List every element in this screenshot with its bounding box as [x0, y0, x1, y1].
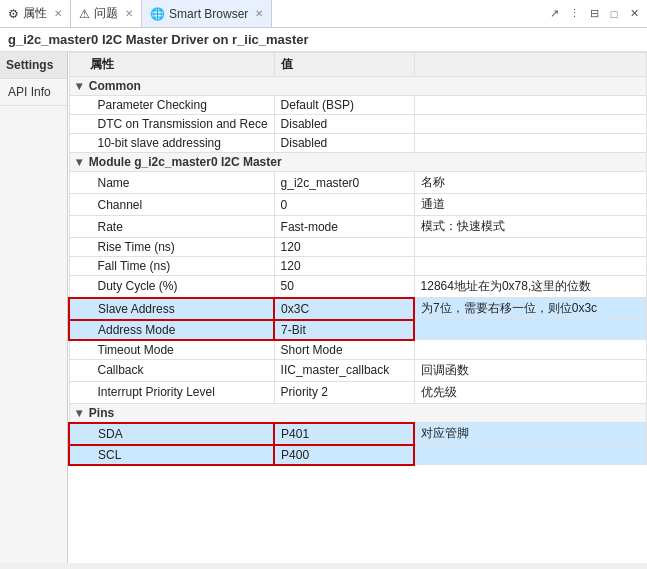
properties-table: 属性 值 ▾ Common Parameter Checking Default… [68, 52, 647, 466]
prop-name-sda: SDA [69, 423, 274, 445]
table-row: Duty Cycle (%) 50 12864地址在为0x78,这里的位数 [69, 276, 647, 298]
header-notes [414, 53, 646, 77]
group-pins-label: Pins [89, 406, 114, 420]
table-row: Timeout Mode Short Mode [69, 340, 647, 360]
prop-value-scl[interactable]: P400 [274, 445, 414, 465]
table-row: Name g_i2c_master0 名称 [69, 172, 647, 194]
sidebar-header: Settings [0, 52, 67, 79]
tab-issues-label: 问题 [94, 5, 118, 22]
prop-name-callback: Callback [69, 359, 274, 381]
minimize-button[interactable]: ⊟ [585, 5, 603, 23]
table-header-row: 属性 值 [69, 53, 647, 77]
prop-name-dutycycle: Duty Cycle (%) [69, 276, 274, 298]
menu-button[interactable]: ⋮ [565, 5, 583, 23]
prop-note-sda: 对应管脚 [414, 423, 646, 445]
prop-name-timeoutmode: Timeout Mode [69, 340, 274, 360]
prop-value-timeoutmode[interactable]: Short Mode [274, 340, 414, 360]
prop-value-falltime[interactable]: 120 [274, 257, 414, 276]
prop-note-name: 名称 [414, 172, 646, 194]
prop-note-timeoutmode [414, 340, 646, 360]
group-module: ▾ Module g_i2c_master0 I2C Master [69, 153, 647, 172]
table-row-addrmode: Address Mode 7-Bit [69, 320, 647, 340]
prop-note-scl [414, 445, 646, 465]
prop-note [414, 134, 646, 153]
prop-note-risetime [414, 238, 646, 257]
prop-name-addrmode: Address Mode [69, 320, 274, 340]
tab-issues-close-icon[interactable]: ✕ [125, 8, 133, 19]
prop-name-irqpriority: Interrupt Priority Level [69, 381, 274, 403]
prop-value-addrmode[interactable]: 7-Bit [274, 320, 414, 340]
prop-name: Parameter Checking [69, 96, 274, 115]
prop-note-dutycycle: 12864地址在为0x78,这里的位数 [414, 276, 646, 298]
table-row-slave: Slave Address 0x3C 为7位，需要右移一位，则位0x3c [69, 298, 647, 320]
prop-name-scl: SCL [69, 445, 274, 465]
prop-value-name[interactable]: g_i2c_master0 [274, 172, 414, 194]
window-title: g_i2c_master0 I2C Master Driver on r_iic… [0, 28, 647, 52]
prop-value-channel[interactable]: 0 [274, 194, 414, 216]
close-button[interactable]: ✕ [625, 5, 643, 23]
table-row: Callback IIC_master_callback 回调函数 [69, 359, 647, 381]
prop-note-addrmode [414, 320, 646, 340]
tab-smartbrowser-label: Smart Browser [169, 7, 248, 21]
prop-value-slaveaddr[interactable]: 0x3C [274, 298, 414, 320]
prop-name-name: Name [69, 172, 274, 194]
prop-note [414, 115, 646, 134]
pin-button[interactable]: ↗ [545, 5, 563, 23]
tab-close-icon[interactable]: ✕ [54, 8, 62, 19]
sidebar-item-apiinfo[interactable]: API Info [0, 79, 67, 106]
prop-note-irqpriority: 优先级 [414, 381, 646, 403]
group-common-label: Common [89, 79, 141, 93]
prop-value-risetime[interactable]: 120 [274, 238, 414, 257]
table-row: Interrupt Priority Level Priority 2 优先级 [69, 381, 647, 403]
smartbrowser-icon: 🌐 [150, 7, 165, 21]
prop-name-channel: Channel [69, 194, 274, 216]
pins-arrow: ▾ [76, 406, 82, 420]
tab-properties[interactable]: ⚙ 属性 ✕ [0, 0, 71, 27]
prop-name: DTC on Transmission and Rece [69, 115, 274, 134]
tab-smartbrowser[interactable]: 🌐 Smart Browser ✕ [142, 0, 272, 27]
table-row-scl: SCL P400 [69, 445, 647, 465]
prop-name: 10-bit slave addressing [69, 134, 274, 153]
group-arrow: ▾ [76, 155, 82, 169]
tab-properties-label: 属性 [23, 5, 47, 22]
tab-bar: ⚙ 属性 ✕ ⚠ 问题 ✕ 🌐 Smart Browser ✕ [0, 0, 272, 27]
prop-name-rate: Rate [69, 216, 274, 238]
sidebar: Settings API Info [0, 52, 68, 563]
prop-name-falltime: Fall Time (ns) [69, 257, 274, 276]
table-row: Rise Time (ns) 120 [69, 238, 647, 257]
table-row: Parameter Checking Default (BSP) [69, 96, 647, 115]
group-arrow: ▾ [76, 79, 82, 93]
prop-value-irqpriority[interactable]: Priority 2 [274, 381, 414, 403]
table-row: Channel 0 通道 [69, 194, 647, 216]
table-row: DTC on Transmission and Rece Disabled [69, 115, 647, 134]
prop-value[interactable]: Disabled [274, 134, 414, 153]
issues-icon: ⚠ [79, 7, 90, 21]
prop-value[interactable]: Default (BSP) [274, 96, 414, 115]
maximize-button[interactable]: □ [605, 5, 623, 23]
properties-icon: ⚙ [8, 7, 19, 21]
prop-note-channel: 通道 [414, 194, 646, 216]
prop-note [414, 96, 646, 115]
title-bar-actions: ↗ ⋮ ⊟ □ ✕ [545, 5, 647, 23]
prop-value-dutycycle[interactable]: 50 [274, 276, 414, 298]
tab-issues[interactable]: ⚠ 问题 ✕ [71, 0, 142, 27]
header-property: 属性 [69, 53, 274, 77]
header-value: 值 [274, 53, 414, 77]
table-row: 10-bit slave addressing Disabled [69, 134, 647, 153]
prop-value-sda[interactable]: P401 [274, 423, 414, 445]
tab-smartbrowser-close-icon[interactable]: ✕ [255, 8, 263, 19]
group-pins: ▾ Pins [69, 403, 647, 423]
prop-value-rate[interactable]: Fast-mode [274, 216, 414, 238]
table-row: Rate Fast-mode 模式：快速模式 [69, 216, 647, 238]
properties-panel[interactable]: 属性 值 ▾ Common Parameter Checking Default… [68, 52, 647, 563]
prop-name-risetime: Rise Time (ns) [69, 238, 274, 257]
prop-note-falltime [414, 257, 646, 276]
prop-note-slaveaddr: 为7位，需要右移一位，则位0x3c [414, 298, 646, 320]
prop-note-callback: 回调函数 [414, 359, 646, 381]
prop-value-callback[interactable]: IIC_master_callback [274, 359, 414, 381]
group-module-label: Module g_i2c_master0 I2C Master [89, 155, 282, 169]
table-row-sda: SDA P401 对应管脚 [69, 423, 647, 445]
table-row: Fall Time (ns) 120 [69, 257, 647, 276]
prop-value[interactable]: Disabled [274, 115, 414, 134]
title-bar: ⚙ 属性 ✕ ⚠ 问题 ✕ 🌐 Smart Browser ✕ ↗ ⋮ ⊟ □ … [0, 0, 647, 28]
